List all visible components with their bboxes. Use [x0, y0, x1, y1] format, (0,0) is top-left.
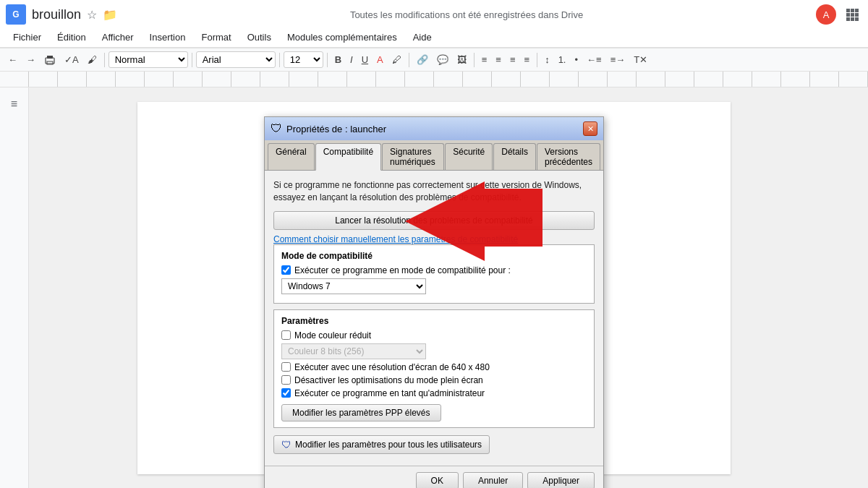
toolbar: ← → ✓A 🖌 Normal Arial 12 B I U A 🖊 🔗 💬 🖼…: [0, 48, 868, 72]
star-icon[interactable]: ☆: [87, 8, 97, 22]
dialog-window: 🛡 Propriétés de : launcher ✕ Général Com…: [264, 116, 604, 488]
color-button[interactable]: A: [373, 52, 387, 67]
param4-checkbox[interactable]: [281, 388, 291, 398]
folder-icon[interactable]: 📁: [103, 8, 117, 22]
align-right-button[interactable]: ≡: [506, 52, 519, 67]
svg-rect-1: [851, 9, 854, 12]
svg-rect-7: [851, 17, 854, 21]
sep2: [192, 53, 192, 67]
tab-signatures[interactable]: Signatures numériques: [382, 143, 444, 170]
ruler-canvas: [0, 72, 868, 87]
param2-checkbox[interactable]: [281, 362, 291, 372]
align-center-button[interactable]: ≡: [492, 52, 505, 67]
bullets-button[interactable]: •: [571, 52, 582, 67]
compat-description: Si ce programme ne fonctionne pas correc…: [273, 179, 595, 204]
save-status: Toutes les modifications ont été enregis…: [123, 9, 810, 20]
bold-button[interactable]: B: [331, 52, 345, 67]
shield-btn-row: 🛡 Modifier les paramètres pour tous les …: [273, 435, 595, 454]
tab-general[interactable]: Général: [268, 143, 315, 170]
highlight-button[interactable]: 🖊: [388, 52, 405, 67]
paint-format-button[interactable]: 🖌: [84, 52, 101, 67]
menu-fichier[interactable]: Fichier: [6, 29, 48, 46]
color-select[interactable]: Couleur 8 bits (256): [281, 343, 426, 359]
print-button[interactable]: [41, 52, 59, 68]
param3-row: Désactiver les optimisations du mode ple…: [281, 375, 587, 385]
tab-versions[interactable]: Versions précédentes: [537, 143, 600, 170]
params-title: Paramètres: [281, 316, 587, 326]
underline-button[interactable]: U: [358, 52, 372, 67]
tab-securite[interactable]: Sécurité: [445, 143, 493, 170]
indent-decrease-button[interactable]: ←≡: [583, 52, 605, 67]
svg-rect-2: [855, 9, 859, 12]
dialog-content: Si ce programme ne fonctionne pas correc…: [265, 170, 603, 466]
undo-button[interactable]: ←: [4, 52, 21, 67]
dialog-title-text: Propriétés de : launcher: [286, 124, 386, 134]
param3-checkbox[interactable]: [281, 375, 291, 385]
param3-label: Désactiver les optimisations du mode ple…: [294, 375, 483, 385]
doc-area: ≡: [0, 87, 868, 488]
svg-rect-0: [846, 9, 850, 12]
size-select[interactable]: 12: [284, 51, 323, 68]
link-button[interactable]: 🔗: [413, 52, 432, 67]
compat-mode-section: Mode de compatibilité Exécuter ce progra…: [273, 244, 595, 304]
dialog-titlebar: 🛡 Propriétés de : launcher ✕: [265, 117, 603, 140]
tab-details[interactable]: Détails: [493, 143, 536, 170]
spellcheck-button[interactable]: ✓A: [61, 52, 82, 67]
param1-checkbox[interactable]: [281, 330, 291, 340]
dialog-close-button[interactable]: ✕: [583, 121, 597, 136]
menu-insertion[interactable]: Insertion: [142, 29, 193, 46]
menu-afficher[interactable]: Afficher: [95, 29, 141, 46]
all-users-button[interactable]: 🛡 Modifier les paramètres pour tous les …: [273, 435, 490, 454]
menu-aide[interactable]: Aide: [406, 29, 439, 46]
title-row: G brouillon ☆ 📁 Toutes les modifications…: [6, 3, 862, 27]
menu-edition[interactable]: Édition: [50, 29, 93, 46]
ppp-button[interactable]: Modifier les paramètres PPP élevés: [281, 404, 441, 421]
clear-format-button[interactable]: T✕: [630, 52, 651, 67]
italic-button[interactable]: I: [346, 52, 357, 67]
menu-format[interactable]: Format: [194, 29, 238, 46]
manual-link[interactable]: Comment choisir manuellement les paramèt…: [273, 234, 518, 244]
image-button[interactable]: 🖼: [454, 52, 470, 67]
dialog-footer: OK Annuler Appliquer: [265, 466, 603, 488]
indent-increase-button[interactable]: ≡→: [607, 52, 629, 67]
sep5: [409, 53, 409, 67]
grid-icon[interactable]: [842, 4, 862, 25]
account-icon[interactable]: A: [816, 4, 836, 25]
tab-compatibilite[interactable]: Compatibilité: [315, 143, 381, 171]
font-select[interactable]: Arial: [196, 51, 276, 68]
compat-mode-checkbox[interactable]: [281, 265, 291, 275]
align-justify-button[interactable]: ≡: [521, 52, 534, 67]
compat-mode-label: Exécuter ce programme en mode de compati…: [294, 265, 511, 275]
svg-rect-10: [47, 56, 53, 59]
outline-icon[interactable]: ≡: [5, 95, 24, 114]
sep4: [327, 53, 328, 67]
style-select[interactable]: Normal: [109, 51, 188, 68]
app-bar: G brouillon ☆ 📁 Toutes les modifications…: [0, 0, 868, 48]
numbering-button[interactable]: 1.: [555, 52, 570, 67]
line-spacing-button[interactable]: ↕: [541, 52, 553, 67]
windows-select-row: Windows 7: [281, 278, 587, 294]
doc-title[interactable]: brouillon: [32, 7, 81, 22]
dialog-tabs: Général Compatibilité Signatures numériq…: [265, 140, 603, 170]
redo-button[interactable]: →: [22, 52, 39, 67]
param2-row: Exécuter avec une résolution d'écran de …: [281, 362, 587, 372]
sep6: [474, 53, 475, 67]
align-left-button[interactable]: ≡: [478, 52, 491, 67]
windows-version-select[interactable]: Windows 7: [281, 278, 426, 294]
param1-label: Mode couleur réduit: [294, 330, 371, 341]
shield-icon: 🛡: [281, 439, 292, 450]
run-compat-button[interactable]: Lancer la résolution des problèmes de co…: [273, 211, 595, 230]
apply-button[interactable]: Appliquer: [527, 472, 595, 488]
svg-rect-6: [846, 17, 850, 21]
app-icon: G: [6, 4, 26, 25]
svg-rect-3: [846, 13, 850, 17]
menu-modules[interactable]: Modules complémentaires: [280, 29, 404, 46]
dialog-app-icon: 🛡: [271, 122, 282, 135]
doc-page: 🛡 Propriétés de : launcher ✕ Général Com…: [137, 102, 731, 474]
ok-button[interactable]: OK: [416, 472, 459, 488]
svg-rect-8: [855, 17, 859, 21]
cancel-button[interactable]: Annuler: [463, 472, 523, 488]
menu-outils[interactable]: Outils: [240, 29, 278, 46]
color-select-row: Couleur 8 bits (256): [281, 343, 587, 359]
comment-button[interactable]: 💬: [433, 52, 452, 67]
